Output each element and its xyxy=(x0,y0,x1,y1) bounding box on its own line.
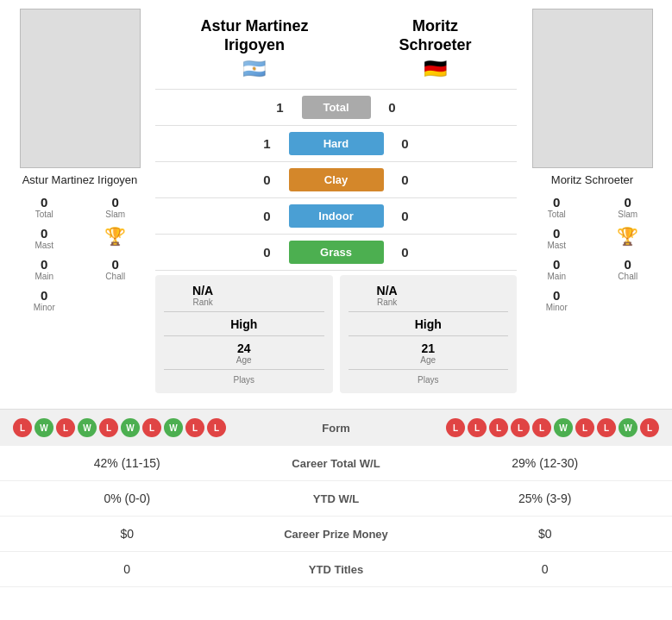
right-form-pill-4: L xyxy=(532,418,551,437)
left-age-item: 24 Age xyxy=(164,335,324,365)
right-stat-mast: 0 Mast xyxy=(521,224,593,252)
right-form-pills: LLLLLWLLWL xyxy=(371,418,660,437)
left-form-pill-3: W xyxy=(78,418,97,437)
left-mast-value: 0 xyxy=(41,226,47,241)
bottom-section: LWLWLWLWLL Form LLLLLWLLWL 42% (11-15) C… xyxy=(0,409,672,587)
left-stat-mast: 0 Mast xyxy=(9,224,80,252)
left-age-value: 24 xyxy=(164,341,324,355)
right-total-value: 0 xyxy=(553,195,560,210)
left-form-pill-2: L xyxy=(56,418,75,437)
stat-label-2: Career Prize Money xyxy=(242,528,431,541)
right-form-pill-6: L xyxy=(575,418,594,437)
right-info-panel: N/A Rank High 21 Age Plays xyxy=(340,275,518,393)
left-player-photo xyxy=(20,9,141,168)
indoor-badge: Indoor xyxy=(289,204,384,228)
left-form-pills: LWLWLWLWLL xyxy=(13,418,302,437)
total-row: 1 Total 0 xyxy=(155,90,517,126)
stat-left-3: 0 xyxy=(13,562,242,576)
right-chall-label: Chall xyxy=(618,272,637,281)
right-hard-score: 0 xyxy=(384,136,427,151)
surface-row-indoor: 0 Indoor 0 xyxy=(155,198,517,235)
right-form-pill-9: L xyxy=(640,418,659,437)
stat-left-1: 0% (0-0) xyxy=(13,492,242,505)
left-total-score: 1 xyxy=(259,100,302,115)
left-total-label: Total xyxy=(35,210,53,219)
stat-row-3: 0 YTD Titles 0 xyxy=(0,552,672,587)
right-form-pill-1: L xyxy=(468,418,487,437)
right-flag: 🇩🇪 xyxy=(399,58,471,80)
surface-row-grass: 0 Grass 0 xyxy=(155,235,517,271)
left-player-name: Astur Martinez Irigoyen xyxy=(22,173,138,186)
stat-row-2: $0 Career Prize Money $0 xyxy=(0,517,672,552)
left-trophy-area: 🏆 xyxy=(80,224,152,252)
left-high-item: High xyxy=(164,311,324,331)
right-stat-main: 0 Main xyxy=(521,255,593,283)
right-total-score: 0 xyxy=(371,100,414,115)
left-clay-score: 0 xyxy=(246,172,289,187)
right-total-label: Total xyxy=(548,210,566,219)
right-form-pill-3: L xyxy=(511,418,530,437)
total-label: Total xyxy=(302,96,371,119)
right-trophy-area: 🏆 xyxy=(593,224,664,252)
center-content: Astur MartinezIrigoyen 🇦🇷 MoritzSchroete… xyxy=(155,9,517,393)
left-player-stats: 0 Total 0 Slam 0 Mast 🏆 0 Main xyxy=(9,193,151,314)
left-center-name: Astur MartinezIrigoyen xyxy=(200,17,308,54)
left-minor-value: 0 xyxy=(41,288,47,303)
stat-left-2: $0 xyxy=(13,527,242,541)
left-minor-label: Minor xyxy=(34,303,55,312)
right-mast-label: Mast xyxy=(547,241,566,250)
right-player-stats: 0 Total 0 Slam 0 Mast 🏆 0 Main xyxy=(521,193,663,314)
stat-label-1: YTD W/L xyxy=(242,492,431,505)
left-age-label: Age xyxy=(164,355,324,365)
right-rank-label: Rank xyxy=(349,297,426,307)
left-form-pill-6: L xyxy=(142,418,161,437)
left-stat-main: 0 Main xyxy=(9,255,80,283)
grass-badge: Grass xyxy=(289,241,384,264)
right-rank-item: N/A Rank xyxy=(349,284,426,307)
stat-row-0: 42% (11-15) Career Total W/L 29% (12-30) xyxy=(0,446,672,481)
player-names-row: Astur MartinezIrigoyen 🇦🇷 MoritzSchroete… xyxy=(155,9,517,89)
info-panels-row: N/A Rank High 24 Age Plays xyxy=(155,275,517,393)
left-flag: 🇦🇷 xyxy=(200,58,308,80)
right-main-label: Main xyxy=(547,272,566,281)
right-player-name: Moritz Schroeter xyxy=(551,173,633,186)
right-chall-value: 0 xyxy=(625,257,631,272)
left-stat-total: 0 Total xyxy=(9,193,80,221)
right-mast-value: 0 xyxy=(553,226,560,241)
left-form-pill-7: W xyxy=(164,418,183,437)
right-grass-score: 0 xyxy=(384,245,427,260)
trophy-icon: 🏆 xyxy=(104,226,126,247)
right-trophy-icon: 🏆 xyxy=(617,226,638,247)
stat-right-1: 25% (3-9) xyxy=(431,492,660,505)
left-form-pill-9: L xyxy=(207,418,226,437)
right-plays-label: Plays xyxy=(349,375,509,385)
stat-label-3: YTD Titles xyxy=(242,563,431,576)
right-slam-label: Slam xyxy=(618,210,637,219)
right-stat-chall: 0 Chall xyxy=(593,255,664,283)
surface-row-hard: 1 Hard 0 xyxy=(155,126,517,162)
data-rows: 42% (11-15) Career Total W/L 29% (12-30)… xyxy=(0,446,672,587)
clay-badge: Clay xyxy=(289,168,384,191)
left-info-panel: N/A Rank High 24 Age Plays xyxy=(155,275,333,393)
left-stat-slam: 0 Slam xyxy=(80,193,152,221)
form-label: Form xyxy=(302,422,371,435)
right-clay-score: 0 xyxy=(384,172,427,187)
stat-left-0: 42% (11-15) xyxy=(13,456,242,470)
left-panel-grid: N/A Rank xyxy=(164,284,324,307)
page: Astur Martinez Irigoyen 0 Total 0 Slam 0… xyxy=(0,0,672,587)
left-form-pill-8: L xyxy=(185,418,204,437)
left-player-card: Astur Martinez Irigoyen 0 Total 0 Slam 0… xyxy=(9,9,151,393)
surface-lines: 1 Total 0 xyxy=(155,89,517,126)
left-grass-score: 0 xyxy=(246,245,289,260)
right-age-item: 21 Age xyxy=(349,335,509,365)
right-panel-grid: N/A Rank xyxy=(349,284,509,307)
right-form-pill-0: L xyxy=(446,418,465,437)
right-plays-item: Plays xyxy=(349,369,509,385)
right-form-pill-8: W xyxy=(619,418,637,437)
right-player-card: Moritz Schroeter 0 Total 0 Slam 0 Mast 🏆 xyxy=(521,9,663,393)
right-slam-value: 0 xyxy=(625,195,631,210)
left-rank-label: Rank xyxy=(164,297,242,307)
hard-badge: Hard xyxy=(289,132,384,155)
left-mast-label: Mast xyxy=(35,241,53,250)
left-slam-value: 0 xyxy=(112,195,119,210)
